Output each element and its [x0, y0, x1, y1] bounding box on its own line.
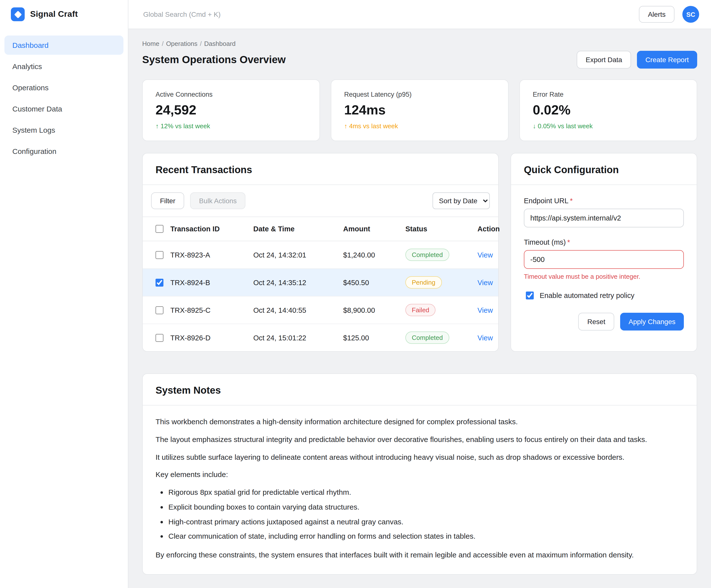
create-report-button[interactable]: Create Report: [637, 51, 697, 69]
row-checkbox[interactable]: [155, 251, 164, 259]
cell-amount: $1,240.00: [339, 241, 402, 269]
apply-changes-button[interactable]: Apply Changes: [620, 313, 684, 331]
timeout-label: Timeout (ms)*: [524, 238, 684, 246]
notes-bullet: High-contrast primary actions juxtaposed…: [168, 516, 684, 527]
configuration-header: Quick Configuration: [511, 153, 697, 185]
notes-paragraph: This workbench demonstrates a high-densi…: [155, 416, 684, 427]
page-title: System Operations Overview: [142, 54, 286, 66]
breadcrumb-item-operations[interactable]: Operations: [166, 40, 197, 47]
stat-value: 24,592: [155, 103, 307, 118]
cell-datetime: Oct 24, 14:32:01: [249, 241, 339, 269]
breadcrumb-separator: /: [200, 40, 202, 47]
sidebar: Signal Craft Dashboard Analytics Operati…: [0, 0, 128, 588]
stat-card-error-rate: Error Rate 0.02% ↓ 0.05% vs last week: [519, 80, 697, 141]
transactions-table: Transaction ID Date & Time Amount Status…: [143, 217, 498, 351]
retry-policy-label: Enable automated retry policy: [540, 292, 634, 299]
sidebar-item-configuration[interactable]: Configuration: [4, 141, 124, 161]
sidebar-item-operations[interactable]: Operations: [4, 78, 124, 97]
notes-paragraph: The layout emphasizes structural integri…: [155, 434, 684, 445]
status-badge: Failed: [405, 304, 436, 316]
transactions-title: Recent Transactions: [155, 164, 486, 176]
avatar[interactable]: SC: [682, 6, 699, 23]
column-header-action: Action: [474, 217, 498, 241]
sidebar-item-customer-data[interactable]: Customer Data: [4, 99, 124, 118]
view-link[interactable]: View: [477, 278, 493, 286]
transactions-header: Recent Transactions: [143, 153, 498, 185]
page-actions: Export Data Create Report: [577, 51, 697, 69]
sidebar-item-dashboard[interactable]: Dashboard: [4, 36, 124, 55]
configuration-form: Endpoint URL* Timeout (ms)* Timeout valu…: [511, 185, 697, 342]
alerts-button[interactable]: Alerts: [639, 6, 674, 23]
cell-amount: $8,900.00: [339, 296, 402, 324]
stat-card-request-latency: Request Latency (p95) 124ms ↑ 4ms vs las…: [331, 80, 509, 141]
retry-policy-checkbox[interactable]: [526, 292, 534, 299]
view-link[interactable]: View: [477, 251, 493, 259]
bulk-actions-button[interactable]: Bulk Actions: [190, 193, 246, 209]
transactions-toolbar: Filter Bulk Actions Sort by Date: [143, 185, 498, 217]
system-notes-title: System Notes: [155, 385, 684, 396]
row-checkbox[interactable]: [155, 334, 164, 342]
sidebar-item-analytics[interactable]: Analytics: [4, 57, 124, 76]
notes-paragraph: It utilizes subtle surface layering to d…: [155, 452, 684, 462]
sidebar-item-system-logs[interactable]: System Logs: [4, 120, 124, 140]
column-header-amount: Amount: [339, 217, 402, 241]
sort-select[interactable]: Sort by Date: [433, 193, 490, 209]
timeout-field[interactable]: [524, 250, 684, 269]
stat-label: Error Rate: [533, 91, 684, 98]
notes-bullet: Clear communication of state, including …: [168, 531, 684, 542]
quick-configuration-card: Quick Configuration Endpoint URL* Timeou…: [511, 153, 697, 352]
timeout-error-message: Timeout value must be a positive integer…: [524, 273, 684, 280]
export-data-button[interactable]: Export Data: [577, 51, 631, 69]
diamond-icon: [14, 10, 21, 18]
row-checkbox[interactable]: [155, 306, 164, 314]
view-link[interactable]: View: [477, 306, 493, 314]
stat-value: 0.02%: [533, 103, 684, 118]
endpoint-url-label-text: Endpoint URL: [524, 197, 568, 205]
stat-delta: ↑ 12% vs last week: [155, 122, 307, 130]
configuration-actions: Reset Apply Changes: [524, 313, 684, 331]
status-badge: Pending: [405, 276, 441, 289]
brand-logo: [11, 7, 25, 21]
cell-amount: $125.00: [339, 324, 402, 351]
status-badge: Completed: [405, 332, 449, 344]
app-root: Signal Craft Dashboard Analytics Operati…: [0, 0, 711, 588]
column-header-transaction-id: Transaction ID: [166, 217, 249, 241]
column-header-datetime: Date & Time: [249, 217, 339, 241]
retry-policy-row: Enable automated retry policy: [524, 290, 684, 301]
system-notes-header: System Notes: [143, 374, 697, 406]
cell-transaction-id: TRX-8923-A: [166, 241, 249, 269]
brand: Signal Craft: [0, 0, 128, 29]
content-column: Alerts SC Home/Operations/Dashboard Syst…: [128, 0, 711, 588]
cell-transaction-id: TRX-8924-B: [166, 269, 249, 296]
global-search-input[interactable]: [142, 10, 302, 19]
stat-delta: ↓ 0.05% vs last week: [533, 122, 684, 130]
table-row: TRX-8926-D Oct 24, 15:01:22 $125.00 Comp…: [143, 324, 498, 351]
cell-amount: $450.50: [339, 269, 402, 296]
topbar-actions: Alerts SC: [639, 6, 699, 23]
endpoint-url-field[interactable]: [524, 209, 684, 227]
stat-value: 124ms: [344, 103, 495, 118]
required-marker: *: [570, 197, 573, 205]
page-header: System Operations Overview Export Data C…: [142, 51, 697, 69]
required-marker: *: [567, 238, 570, 246]
reset-button[interactable]: Reset: [578, 313, 614, 331]
endpoint-url-label: Endpoint URL*: [524, 197, 684, 205]
filter-button[interactable]: Filter: [151, 193, 184, 209]
view-link[interactable]: View: [477, 334, 493, 342]
cell-datetime: Oct 24, 15:01:22: [249, 324, 339, 351]
recent-transactions-card: Recent Transactions Filter Bulk Actions …: [142, 153, 499, 352]
row-checkbox[interactable]: [155, 278, 164, 286]
table-row: TRX-8924-B Oct 24, 14:35:12 $450.50 Pend…: [143, 269, 498, 296]
main-content: Home/Operations/Dashboard System Operati…: [128, 29, 711, 588]
notes-bullet: Explicit bounding boxes to contain varyi…: [168, 502, 684, 513]
table-row: TRX-8925-C Oct 24, 14:40:55 $8,900.00 Fa…: [143, 296, 498, 324]
configuration-title: Quick Configuration: [524, 164, 684, 176]
table-row: TRX-8923-A Oct 24, 14:32:01 $1,240.00 Co…: [143, 241, 498, 269]
breadcrumb-item-dashboard[interactable]: Dashboard: [204, 40, 236, 47]
column-header-status: Status: [402, 217, 474, 241]
select-all-checkbox[interactable]: [155, 225, 164, 233]
breadcrumb-item-home[interactable]: Home: [142, 40, 159, 47]
stat-delta: ↑ 4ms vs last week: [344, 122, 495, 130]
topbar: Alerts SC: [128, 0, 711, 29]
stats-row: Active Connections 24,592 ↑ 12% vs last …: [142, 80, 697, 141]
